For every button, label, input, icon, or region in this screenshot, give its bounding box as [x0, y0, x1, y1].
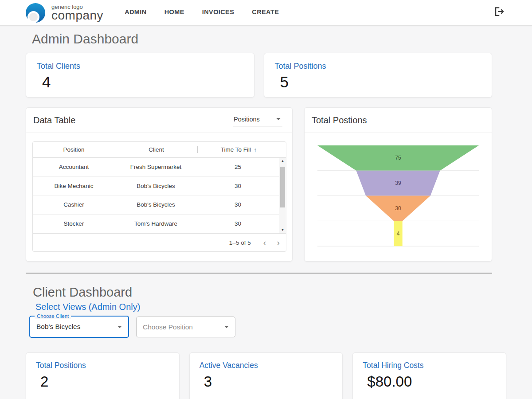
choose-position-select[interactable]: Choose Position	[136, 317, 235, 337]
choose-client-value: Bob's Bicycles	[36, 323, 80, 331]
table-scrollbar[interactable]: ▲ ▼	[279, 158, 286, 233]
column-header-label: Time To Fill	[221, 146, 251, 153]
total-hiring-costs-card: Total Hiring Costs $80.00	[352, 352, 506, 399]
nav-item-invoices[interactable]: INVOICES	[198, 6, 239, 18]
choose-position-placeholder: Choose Position	[143, 323, 193, 331]
table-row[interactable]: Cashier Bob's Bicycles 30	[33, 196, 286, 215]
table-row[interactable]: Bike Mechanic Bob's Bicycles 30	[33, 177, 286, 196]
svg-text:75: 75	[395, 155, 401, 161]
logout-icon	[492, 5, 505, 18]
admin-dashboard-title: Admin Dashboard	[32, 31, 492, 47]
company-logo[interactable]: generic logo company	[26, 3, 103, 23]
funnel-chart: 7539304	[305, 133, 492, 262]
svg-text:39: 39	[395, 180, 401, 186]
total-hiring-costs-value: $80.00	[367, 373, 496, 390]
nav-item-create[interactable]: CREATE	[247, 6, 283, 18]
cell-time-to-fill: 30	[197, 183, 279, 189]
scroll-down-icon[interactable]: ▼	[281, 228, 284, 232]
chevron-down-icon	[224, 326, 229, 328]
grid-footer: 1–5 of 5 ‹ ›	[33, 233, 286, 251]
funnel-card-header: Total Postions	[305, 108, 492, 133]
table-type-select[interactable]: Positions	[233, 114, 282, 126]
sort-ascending-icon: ↑	[254, 146, 257, 153]
client-total-positions-value: 2	[40, 373, 169, 390]
client-total-positions-card: Total Positions 2	[26, 352, 180, 399]
client-dashboard-title: Client Dashboard	[33, 285, 492, 300]
cell-position: Accountant	[33, 164, 115, 170]
logo-text: generic logo company	[51, 4, 103, 21]
svg-text:30: 30	[395, 205, 401, 211]
cell-position: Cashier	[33, 201, 115, 208]
data-table-card-header: Data Table Positions	[26, 108, 292, 133]
next-page-icon[interactable]: ›	[277, 238, 280, 247]
pagination-range: 1–5 of 5	[229, 239, 251, 246]
total-clients-card: Total Clients 4	[26, 53, 254, 98]
nav-item-admin[interactable]: ADMIN	[120, 6, 151, 18]
page-content: Admin Dashboard Total Clients 4 Total Po…	[26, 31, 492, 399]
nav-item-home[interactable]: HOME	[160, 6, 189, 18]
column-header-client[interactable]: Client	[115, 146, 197, 153]
total-clients-value: 4	[42, 73, 243, 91]
logout-button[interactable]	[492, 5, 505, 18]
cell-time-to-fill: 30	[197, 201, 279, 208]
cell-client: Bob's Bicycles	[115, 201, 197, 208]
admin-widgets-row: Data Table Positions Position Client Tim…	[26, 107, 492, 262]
data-table-card: Data Table Positions Position Client Tim…	[26, 107, 293, 262]
table-type-select-value: Positions	[234, 116, 260, 123]
logo-company-name: company	[51, 10, 103, 21]
svg-text:4: 4	[397, 231, 400, 237]
logo-icon	[26, 3, 45, 23]
active-vacancies-value: 3	[204, 373, 333, 390]
cell-client: Tom's Hardware	[115, 220, 197, 227]
client-stats-row: Total Positions 2 Active Vacancies 3 Tot…	[26, 352, 506, 399]
column-header-time-to-fill[interactable]: Time To Fill ↑	[198, 146, 280, 153]
total-hiring-costs-label: Total Hiring Costs	[363, 361, 496, 370]
choose-client-label: Choose Client	[35, 313, 71, 319]
active-vacancies-card: Active Vacancies 3	[189, 352, 343, 399]
active-vacancies-label: Active Vacancies	[200, 361, 333, 370]
funnel-card-title: Total Postions	[312, 115, 367, 125]
table-row[interactable]: Accountant Fresh Supermarket 25	[33, 158, 286, 177]
scrollbar-thumb[interactable]	[280, 167, 285, 207]
grid-header-row: Position Client Time To Fill ↑	[33, 142, 286, 158]
cell-client: Bob's Bicycles	[115, 183, 197, 189]
choose-client-select[interactable]: Choose Client Bob's Bicycles	[29, 316, 129, 338]
grid-body: Accountant Fresh Supermarket 25 Bike Mec…	[33, 158, 286, 233]
data-table-title: Data Table	[33, 115, 75, 125]
select-views-subtitle: Select Views (Admin Only)	[35, 301, 492, 312]
column-separator	[280, 146, 280, 153]
main-nav: ADMIN HOME INVOICES CREATE	[116, 6, 288, 18]
cell-time-to-fill: 30	[197, 220, 279, 227]
total-positions-label: Total Positions	[275, 62, 481, 71]
cell-position: Bike Mechanic	[33, 183, 115, 189]
top-navbar: generic logo company ADMIN HOME INVOICES…	[0, 0, 532, 26]
cell-client: Fresh Supermarket	[115, 164, 197, 170]
total-positions-card: Total Positions 5	[264, 53, 493, 98]
client-filters-row: Choose Client Bob's Bicycles Choose Posi…	[29, 316, 492, 338]
column-header-position[interactable]: Position	[33, 146, 115, 153]
section-divider	[26, 273, 492, 274]
chevron-down-icon	[117, 326, 122, 328]
scroll-up-icon[interactable]: ▲	[281, 159, 284, 163]
funnel-chart-card: Total Postions 7539304	[304, 107, 492, 262]
total-positions-value: 5	[280, 73, 481, 91]
data-grid: Position Client Time To Fill ↑ Accountan…	[32, 141, 286, 252]
admin-stats-row: Total Clients 4 Total Positions 5	[26, 53, 492, 98]
cell-position: Stocker	[33, 220, 115, 227]
chevron-down-icon	[276, 118, 281, 120]
total-clients-label: Total Clients	[37, 62, 243, 71]
client-total-positions-label: Total Positions	[36, 361, 169, 370]
table-row[interactable]: Stocker Tom's Hardware 30	[33, 215, 286, 234]
previous-page-icon[interactable]: ‹	[263, 238, 266, 247]
logo-inner-circle	[27, 11, 39, 23]
cell-time-to-fill: 25	[197, 164, 279, 170]
